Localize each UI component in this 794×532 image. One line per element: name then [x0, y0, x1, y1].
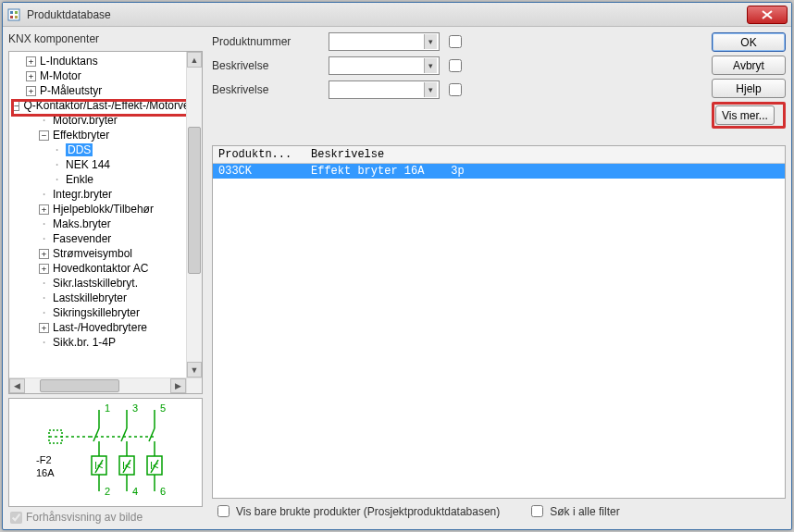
app-icon: [6, 7, 21, 22]
col-header-produktn[interactable]: Produktn...: [213, 146, 305, 163]
cell-beskrivelse: Effekt bryter 16A 3p: [305, 165, 785, 178]
table-body: 033CK Effekt bryter 16A 3p: [213, 164, 785, 498]
tree-item-integr[interactable]: ·Integr.bryter: [9, 187, 186, 202]
symbol-svg: I< I< I< 1 3 5 2 4 6 -F2 16A: [27, 402, 184, 502]
check-used-products-input[interactable]: [217, 505, 230, 517]
tree-item-fasevender[interactable]: ·Fasevender: [9, 231, 186, 246]
tree-item-hovedkontaktor[interactable]: +Hovedkontaktor AC: [9, 261, 186, 276]
tree-item-p[interactable]: +P-Måleutstyr: [9, 83, 186, 98]
scroll-up-icon[interactable]: ▲: [187, 52, 202, 68]
tree-item-sikkbr[interactable]: ·Sikk.br. 1-4P: [9, 335, 186, 350]
check-beskrivelse-1[interactable]: [449, 59, 462, 72]
svg-text:1: 1: [105, 402, 110, 414]
svg-text:-F2: -F2: [36, 454, 52, 465]
svg-text:I<: I<: [94, 460, 103, 471]
table-header: Produktn... Beskrivelse: [213, 146, 785, 164]
col-header-beskrivelse[interactable]: Beskrivelse: [305, 146, 785, 163]
check-search-all-filters-label: Søk i alle filter: [550, 505, 619, 518]
check-used-products[interactable]: Vis bare brukte produkter (Prosjektprodu…: [214, 502, 500, 520]
svg-text:3: 3: [132, 402, 138, 414]
tree-item-lastskille[interactable]: ·Lastskillebryter: [9, 291, 186, 305]
svg-rect-3: [10, 16, 13, 19]
content-area: KNX komponenter +L-Induktans +M-Motor +P…: [3, 27, 791, 529]
svg-line-14: [149, 428, 155, 441]
chevron-down-icon: ▾: [424, 34, 437, 49]
tree-item-motorv[interactable]: ·Motorv.bryter: [9, 113, 186, 128]
cancel-button[interactable]: Avbryt: [712, 56, 786, 75]
bottom-bar: Vis bare brukte produkter (Prosjektprodu…: [212, 499, 786, 524]
svg-rect-2: [15, 11, 18, 14]
check-search-all-filters-input[interactable]: [531, 505, 543, 517]
tree-item-m[interactable]: +M-Motor: [9, 68, 186, 83]
close-button[interactable]: [747, 6, 788, 24]
help-button[interactable]: Hjelp: [712, 79, 786, 98]
scroll-corner: [186, 377, 202, 393]
show-more-button[interactable]: Vis mer...: [715, 105, 775, 125]
tree-item-enkle[interactable]: ·Enkle: [9, 172, 186, 187]
tree-item-sikring[interactable]: ·Sikringskillebryter: [9, 305, 186, 320]
combo-produktnummer[interactable]: ▾: [329, 32, 440, 51]
tree-item-hjelpeblokk[interactable]: +Hjelpeblokk/Tilbehør: [9, 202, 186, 217]
tree-item-effektbryter[interactable]: −Effektbryter: [9, 128, 186, 142]
ok-button[interactable]: OK: [712, 32, 786, 52]
svg-text:6: 6: [160, 486, 166, 497]
top-form: Produktnummer ▾ Beskrivelse ▾ Beskrivels…: [212, 32, 786, 129]
window-title: Produktdatabase: [27, 8, 747, 21]
svg-text:5: 5: [160, 402, 166, 414]
filter-form: Produktnummer ▾ Beskrivelse ▾ Beskrivels…: [212, 32, 464, 99]
tree-item-lasthoved[interactable]: +Last-/Hovedbrytere: [9, 320, 186, 335]
check-search-all-filters[interactable]: Søk i alle filter: [527, 502, 619, 520]
svg-text:I<: I<: [122, 460, 130, 471]
tree-header: KNX komponenter: [8, 32, 203, 45]
tree-item-sikrlast[interactable]: ·Sikr.lastskillebryt.: [9, 276, 186, 291]
symbol-preview: I< I< I< 1 3 5 2 4 6 -F2 16A: [8, 398, 203, 507]
component-tree[interactable]: +L-Induktans +M-Motor +P-Måleutstyr −Q-K…: [9, 52, 186, 377]
preview-checkbox-row: Forhånsvisning av bilde: [8, 511, 203, 524]
preview-checkbox-label: Forhånsvisning av bilde: [26, 511, 143, 524]
highlight-annotation-button: Vis mer...: [712, 102, 786, 129]
left-pane: KNX komponenter +L-Induktans +M-Motor +P…: [8, 32, 203, 524]
svg-rect-4: [15, 16, 18, 19]
combo-beskrivelse-1[interactable]: ▾: [329, 56, 440, 75]
label-beskrivelse-2: Beskrivelse: [212, 83, 323, 96]
combo-beskrivelse-2[interactable]: ▾: [329, 80, 440, 99]
label-beskrivelse-1: Beskrivelse: [212, 59, 323, 72]
svg-text:16A: 16A: [36, 467, 55, 478]
scroll-thumb[interactable]: [40, 379, 119, 392]
right-pane: Produktnummer ▾ Beskrivelse ▾ Beskrivels…: [212, 32, 786, 524]
tree-container: +L-Induktans +M-Motor +P-Måleutstyr −Q-K…: [8, 51, 203, 394]
dialog-buttons: OK Avbryt Hjelp Vis mer...: [712, 32, 786, 129]
tree-item-nek[interactable]: ·NEK 144: [9, 157, 186, 172]
cell-produktn: 033CK: [213, 165, 305, 178]
chevron-down-icon: ▾: [424, 58, 437, 73]
product-table: Produktn... Beskrivelse 033CK Effekt bry…: [212, 145, 786, 499]
tree-item-stromvei[interactable]: +Strømveisymbol: [9, 246, 186, 261]
tree-item-maks[interactable]: ·Maks.bryter: [9, 217, 186, 231]
titlebar: Produktdatabase: [3, 3, 791, 27]
svg-text:I<: I<: [150, 460, 158, 471]
preview-checkbox[interactable]: [10, 512, 22, 524]
product-database-window: Produktdatabase KNX komponenter +L-Induk…: [2, 2, 792, 530]
table-row[interactable]: 033CK Effekt bryter 16A 3p: [213, 164, 785, 179]
chevron-down-icon: ▾: [424, 82, 437, 97]
svg-text:2: 2: [105, 486, 110, 497]
tree-horizontal-scrollbar[interactable]: ◀ ▶: [9, 377, 186, 393]
check-produktnummer[interactable]: [449, 35, 462, 48]
tree-vertical-scrollbar[interactable]: ▲ ▼: [186, 52, 202, 377]
svg-line-11: [121, 428, 127, 441]
scroll-left-icon[interactable]: ◀: [9, 378, 25, 393]
scroll-down-icon[interactable]: ▼: [187, 362, 202, 377]
svg-text:4: 4: [132, 486, 138, 497]
tree-item-l[interactable]: +L-Induktans: [9, 54, 186, 68]
svg-rect-0: [8, 9, 19, 20]
tree-item-q[interactable]: −Q-Kontaktor/Last-/Effekt-/Motorve: [9, 98, 186, 113]
svg-rect-1: [10, 11, 13, 14]
svg-line-8: [93, 428, 99, 441]
tree-item-dds[interactable]: ·DDS: [9, 142, 186, 157]
scroll-right-icon[interactable]: ▶: [170, 378, 186, 393]
label-produktnummer: Produktnummer: [212, 35, 323, 48]
check-used-products-label: Vis bare brukte produkter (Prosjektprodu…: [236, 505, 500, 518]
scroll-thumb[interactable]: [188, 127, 201, 274]
check-beskrivelse-2[interactable]: [449, 83, 462, 96]
